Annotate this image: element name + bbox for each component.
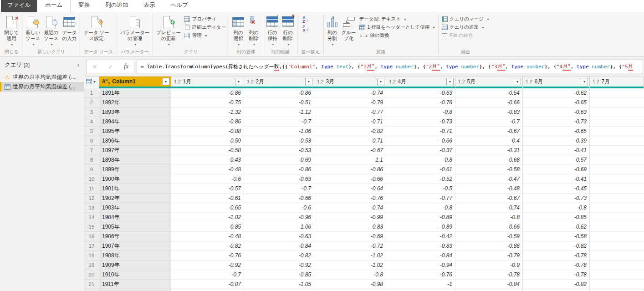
table-cell-value[interactable]: -0.89 [386, 213, 455, 222]
row-number-cell[interactable]: 3 [84, 107, 99, 117]
tab-file[interactable]: ファイル [1, 0, 37, 12]
table-cell-value[interactable]: -0.66 [386, 136, 455, 146]
table-cell-empty[interactable] [590, 165, 644, 174]
table-cell-value[interactable]: -0.63 [244, 174, 314, 184]
table-cell-value[interactable]: -0.69 [244, 155, 314, 165]
table-cell-value[interactable]: -1.02 [314, 260, 386, 270]
ribbon-button[interactable]: ×↑閉じて 適用▼ [2, 14, 20, 48]
table-cell-value[interactable]: -0.66 [455, 98, 523, 107]
ribbon-button[interactable]: |最近の ソース▼ [42, 14, 60, 48]
table-cell-empty[interactable] [590, 280, 644, 289]
column-filter-dropdown[interactable]: ▼ [377, 78, 384, 85]
table-cell-value[interactable]: -0.52 [386, 174, 455, 184]
tab-2[interactable]: 列の追加 [97, 0, 136, 12]
table-cell-year[interactable]: 1891年 [99, 88, 171, 98]
table-cell-value[interactable]: -0.4 [455, 136, 523, 146]
table-cell-year[interactable]: 1907年 [99, 241, 171, 251]
row-number-cell[interactable]: 10 [84, 174, 99, 184]
table-cell-value[interactable]: -0.74 [314, 203, 386, 213]
column-filter-dropdown[interactable]: ▼ [581, 78, 588, 85]
table-cell-value[interactable]: -0.85 [244, 270, 314, 280]
table-cell-value[interactable]: -0.79 [314, 98, 386, 107]
table-cell-value[interactable]: -0.65 [523, 98, 590, 107]
table-cell-value[interactable]: -0.88 [171, 127, 244, 136]
table-cell-value[interactable]: -0.83 [386, 241, 455, 251]
table-cell-year[interactable]: 1906年 [99, 232, 171, 241]
ribbon-small-button[interactable]: 詳細エディター [184, 24, 226, 31]
table-cell-empty[interactable] [590, 251, 644, 260]
column-filter-dropdown[interactable]: ▼ [514, 78, 521, 85]
ribbon-button[interactable]: 新しい ソース▼ [24, 14, 42, 48]
table-cell-value[interactable]: -0.94 [386, 260, 455, 270]
table-cell-value[interactable]: -0.66 [244, 194, 314, 203]
row-number-cell[interactable]: 5 [84, 127, 99, 136]
table-cell-value[interactable]: -0.51 [244, 98, 314, 107]
table-cell-value[interactable]: -0.67 [455, 194, 523, 203]
table-cell-year[interactable]: 1896年 [99, 136, 171, 146]
ribbon-button[interactable]: ⚙データ ソー ス設定 [82, 14, 111, 42]
column-header-6月[interactable]: 1.26月▼ [523, 77, 590, 87]
ribbon-small-button[interactable]: 管理▼ [184, 32, 226, 39]
table-cell-empty[interactable] [590, 146, 644, 155]
column-filter-dropdown[interactable]: ▼ [235, 78, 242, 85]
table-cell-value[interactable]: -0.84 [244, 241, 314, 251]
table-cell-empty[interactable] [590, 174, 644, 184]
table-cell-value[interactable]: -0.72 [314, 241, 386, 251]
row-number-cell[interactable]: 2 [84, 98, 99, 107]
row-number-cell[interactable]: 12 [84, 194, 99, 203]
table-cell-value[interactable]: -1.02 [171, 213, 244, 222]
table-cell-value[interactable]: -0.65 [523, 127, 590, 136]
ribbon-button[interactable]: データ の入力 [60, 14, 78, 42]
table-cell-value[interactable]: -0.8 [455, 213, 523, 222]
column-filter-dropdown[interactable]: ▼ [446, 78, 454, 85]
column-filter-dropdown[interactable]: ▼ [305, 78, 312, 85]
ribbon-small-button[interactable]: プロパティ [184, 16, 226, 22]
table-cell-year[interactable]: 1903年 [99, 203, 171, 213]
table-cell-value[interactable]: -0.78 [523, 260, 590, 270]
table-cell-empty[interactable] [590, 98, 644, 107]
row-number-cell[interactable]: 21 [84, 280, 99, 289]
table-cell-year[interactable]: 1909年 [99, 260, 171, 270]
row-number-cell[interactable]: 20 [84, 270, 99, 280]
table-cell-value[interactable]: -0.41 [523, 174, 590, 184]
table-cell-value[interactable]: -0.67 [314, 146, 386, 155]
table-cell-value[interactable]: -0.7 [244, 117, 314, 127]
table-cell-year[interactable]: 1897年 [99, 146, 171, 155]
row-number-cell[interactable]: 19 [84, 260, 99, 270]
table-cell-value[interactable]: -0.61 [171, 194, 244, 203]
table-cell-value[interactable]: -0.98 [314, 280, 386, 289]
table-cell-value[interactable]: -0.75 [171, 98, 244, 107]
row-number-cell[interactable]: 17 [84, 241, 99, 251]
table-cell-value[interactable]: -0.76 [386, 270, 455, 280]
table-cell-value[interactable]: -0.86 [244, 165, 314, 174]
row-number-cell[interactable]: 9 [84, 165, 99, 174]
table-cell-value[interactable]: -1.32 [171, 107, 244, 117]
table-cell-value[interactable]: -0.42 [386, 232, 455, 241]
table-cell-value[interactable]: -0.67 [455, 127, 523, 136]
table-cell-value[interactable]: -0.73 [386, 117, 455, 127]
ribbon-small-button[interactable]: ↓↓File の結合 [441, 32, 490, 39]
ribbon-button[interactable]: 列の 選択▼ [230, 14, 246, 48]
row-number-cell[interactable]: 4 [84, 117, 99, 127]
table-cell-value[interactable]: -0.63 [523, 107, 590, 117]
table-cell-value[interactable]: -0.59 [171, 136, 244, 146]
commit-formula-icon[interactable]: ✓ [108, 63, 113, 70]
table-cell-empty[interactable] [590, 232, 644, 241]
table-cell-value[interactable]: -0.8 [386, 107, 455, 117]
table-cell-year[interactable]: 1908年 [99, 251, 171, 260]
table-cell-year[interactable]: 1893年 [99, 107, 171, 117]
table-cell-value[interactable]: -0.7 [171, 270, 244, 280]
ribbon-button[interactable]: グルー プ化 [340, 14, 358, 42]
table-cell-value[interactable]: -0.69 [523, 165, 590, 174]
ribbon-button[interactable]: ▫▫▫▫▫▫パラメーター の管理▼ [118, 14, 151, 48]
table-cell-value[interactable]: -0.86 [314, 165, 386, 174]
column-filter-dropdown[interactable]: ▼ [162, 78, 169, 85]
table-cell-value[interactable]: -0.85 [523, 213, 590, 222]
table-cell-value[interactable]: -0.54 [455, 88, 523, 98]
sort-ascending-button[interactable]: AZ↓ [302, 16, 308, 23]
table-cell-value[interactable]: -0.9 [455, 260, 523, 270]
table-cell-year[interactable]: 1904年 [99, 213, 171, 222]
table-cell-value[interactable]: -0.48 [171, 165, 244, 174]
column-header-Column1[interactable]: ABCColumn1▼ [99, 77, 171, 87]
table-cell-value[interactable]: -0.68 [455, 155, 523, 165]
